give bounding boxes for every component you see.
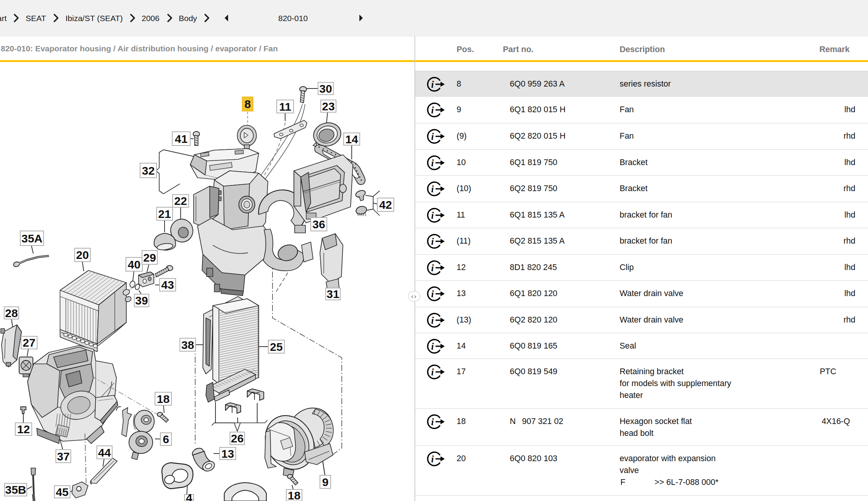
- svg-text:i: i: [431, 341, 434, 352]
- svg-text:25: 25: [270, 341, 282, 353]
- svg-text:32: 32: [142, 164, 155, 177]
- svg-text:31: 31: [326, 288, 339, 300]
- svg-text:13: 13: [221, 447, 234, 460]
- svg-text:20: 20: [76, 249, 89, 261]
- svg-text:i: i: [431, 105, 434, 115]
- svg-text:37: 37: [57, 450, 70, 463]
- svg-text:4: 4: [186, 491, 193, 501]
- svg-text:42: 42: [379, 198, 392, 211]
- svg-text:i: i: [431, 184, 434, 194]
- svg-text:i: i: [431, 367, 434, 377]
- svg-text:i: i: [431, 454, 434, 464]
- svg-text:41: 41: [175, 133, 188, 145]
- svg-text:18: 18: [157, 393, 170, 405]
- svg-text:26: 26: [231, 432, 243, 445]
- svg-text:45: 45: [56, 486, 69, 498]
- svg-text:38: 38: [181, 339, 194, 351]
- svg-text:i: i: [431, 79, 434, 90]
- svg-text:40: 40: [128, 258, 140, 271]
- svg-text:27: 27: [23, 336, 35, 349]
- svg-text:39: 39: [135, 294, 148, 307]
- svg-text:14: 14: [345, 133, 358, 146]
- svg-text:21: 21: [158, 208, 171, 220]
- svg-text:i: i: [431, 289, 434, 299]
- svg-text:i: i: [431, 210, 434, 221]
- svg-text:9: 9: [322, 476, 329, 488]
- svg-text:i: i: [431, 158, 434, 168]
- svg-text:i: i: [431, 417, 434, 427]
- svg-text:i: i: [431, 315, 434, 326]
- svg-text:28: 28: [5, 307, 18, 319]
- svg-text:8: 8: [245, 98, 251, 110]
- svg-text:44: 44: [98, 446, 111, 459]
- svg-text:i: i: [431, 263, 434, 273]
- svg-text:i: i: [431, 236, 434, 247]
- svg-text:11: 11: [279, 100, 291, 113]
- svg-text:18: 18: [288, 489, 300, 501]
- svg-text:i: i: [431, 131, 434, 142]
- svg-text:29: 29: [143, 251, 156, 264]
- svg-text:36: 36: [312, 218, 325, 231]
- svg-text:12: 12: [17, 423, 30, 436]
- svg-text:6: 6: [163, 433, 169, 445]
- svg-text:35B: 35B: [5, 483, 26, 496]
- svg-text:22: 22: [174, 195, 187, 207]
- svg-text:43: 43: [161, 278, 174, 291]
- svg-text:30: 30: [319, 82, 332, 95]
- svg-text:35A: 35A: [21, 232, 42, 245]
- svg-text:23: 23: [322, 100, 334, 113]
